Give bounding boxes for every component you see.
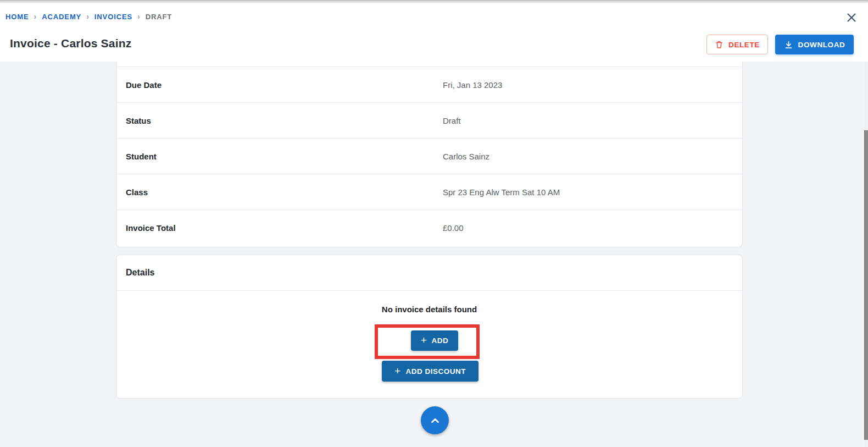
field-label: Student (126, 152, 443, 161)
invoice-summary-card: Due Date Fri, Jan 13 2023 Status Draft S… (116, 62, 743, 247)
breadcrumb: HOME › ACADEMY › INVOICES › DRAFT (5, 12, 172, 21)
chevron-up-icon (428, 413, 442, 428)
table-row-due-date: Due Date Fri, Jan 13 2023 (116, 67, 742, 103)
add-button[interactable]: + ADD (411, 330, 458, 351)
table-row-student: Student Carlos Sainz (116, 139, 742, 174)
add-button-label: ADD (431, 336, 448, 345)
cropped-row-edge (116, 62, 742, 67)
field-value: Carlos Sainz (443, 152, 489, 161)
window-top-edge (0, 0, 868, 2)
header-actions: DELETE DOWNLOAD (706, 35, 854, 54)
plus-icon: + (394, 366, 401, 376)
header: HOME › ACADEMY › INVOICES › DRAFT Invoic… (0, 0, 868, 62)
field-value: Spr 23 Eng Alw Term Sat 10 AM (443, 187, 560, 197)
delete-button-label: DELETE (728, 41, 760, 49)
table-row-status: Status Draft (116, 103, 742, 139)
details-heading: Details (126, 268, 154, 278)
details-header: Details (116, 255, 742, 291)
empty-state-message: No invoice details found (116, 305, 742, 314)
scroll-to-top-button[interactable] (421, 406, 449, 434)
content-area: Due Date Fri, Jan 13 2023 Status Draft S… (0, 62, 868, 447)
chevron-right-icon: › (86, 12, 90, 21)
close-icon[interactable] (844, 10, 859, 25)
field-value: Draft (443, 116, 461, 125)
breadcrumb-home[interactable]: HOME (5, 13, 29, 21)
field-value: Fri, Jan 13 2023 (443, 80, 502, 90)
breadcrumb-invoices[interactable]: INVOICES (94, 13, 132, 21)
field-label: Class (126, 187, 443, 197)
chevron-right-icon: › (137, 12, 141, 21)
add-discount-button-label: ADD DISCOUNT (406, 367, 466, 376)
download-button[interactable]: DOWNLOAD (775, 35, 854, 54)
download-icon (784, 40, 793, 49)
download-button-label: DOWNLOAD (798, 41, 845, 49)
details-card: Details No invoice details found + ADD +… (116, 255, 743, 399)
page-title: Invoice - Carlos Sainz (10, 37, 131, 50)
vertical-scrollbar[interactable] (864, 62, 868, 447)
add-discount-button[interactable]: + ADD DISCOUNT (382, 361, 478, 382)
delete-button[interactable]: DELETE (706, 35, 768, 54)
breadcrumb-academy[interactable]: ACADEMY (42, 13, 81, 21)
field-value: £0.00 (443, 223, 464, 233)
breadcrumb-draft: DRAFT (146, 13, 173, 21)
table-row-invoice-total: Invoice Total £0.00 (116, 210, 742, 246)
field-label: Due Date (126, 80, 443, 90)
scrollbar-thumb[interactable] (864, 130, 868, 440)
chevron-right-icon: › (34, 12, 37, 21)
trash-icon (715, 40, 724, 49)
field-label: Invoice Total (126, 223, 443, 233)
field-label: Status (126, 116, 443, 125)
plus-icon: + (421, 335, 427, 345)
table-row-class: Class Spr 23 Eng Alw Term Sat 10 AM (116, 174, 742, 210)
